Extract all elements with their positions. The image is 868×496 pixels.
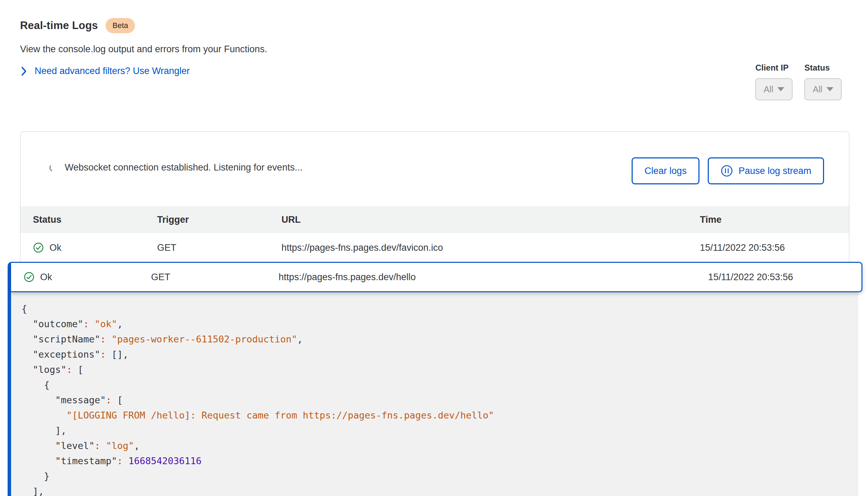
json-code-line: { — [21, 377, 851, 393]
row-url-cell: https://pages-fns.pages.dev/hello — [266, 272, 696, 283]
column-header-trigger: Trigger — [145, 214, 269, 225]
status-filter-label: Status — [804, 63, 842, 73]
pause-log-stream-button[interactable]: Pause log stream — [708, 157, 824, 184]
client-ip-filter-group: Client IP All — [755, 63, 793, 100]
json-code-line: ], — [21, 423, 851, 438]
log-table-header: Status Trigger URL Time — [20, 206, 849, 233]
json-code-line: "logs": [ — [21, 362, 851, 377]
log-detail-json-viewer: { "outcome": "ok", "scriptName": "pages-… — [11, 292, 858, 496]
row-status-cell: Ok — [11, 272, 139, 283]
caret-down-icon — [826, 87, 833, 91]
success-check-icon — [24, 272, 35, 283]
json-code-line: { — [21, 301, 851, 316]
success-check-icon — [33, 242, 44, 253]
selected-log-table-row[interactable]: Ok GET https://pages-fns.pages.dev/hello… — [11, 262, 862, 292]
row-status-label: Ok — [49, 242, 62, 253]
log-filters: Client IP All Status All — [755, 63, 842, 100]
clear-logs-label: Clear logs — [644, 166, 687, 176]
row-url-cell: https://pages-fns.pages.dev/favicon.ico — [269, 242, 687, 253]
row-time-cell: 15/11/2022 20:53:56 — [687, 242, 849, 253]
websocket-status: Websocket connection established. Listen… — [49, 162, 302, 173]
log-toolbar-buttons: Clear logs Pause log stream — [632, 157, 824, 184]
json-code-line: "message": [ — [21, 393, 851, 408]
expanded-log-entry: Ok GET https://pages-fns.pages.dev/hello… — [8, 262, 862, 496]
row-time-cell: 15/11/2022 20:53:56 — [696, 272, 861, 283]
client-ip-filter-label: Client IP — [755, 63, 793, 73]
row-trigger-cell: GET — [139, 272, 266, 283]
page-header: Real-time Logs Beta — [20, 18, 135, 33]
log-stream-panel: Websocket connection established. Listen… — [20, 131, 849, 262]
websocket-status-message: Websocket connection established. Listen… — [65, 162, 302, 173]
row-status-cell: Ok — [20, 242, 145, 253]
wrangler-advanced-filters-link[interactable]: Need advanced filters? Use Wrangler — [21, 66, 190, 76]
client-ip-filter-dropdown[interactable]: All — [755, 78, 793, 100]
status-filter-group: Status All — [804, 63, 842, 100]
row-status-label: Ok — [40, 272, 52, 283]
json-code-line: "level": "log", — [21, 438, 851, 453]
chevron-right-icon — [21, 66, 27, 76]
pause-log-stream-label: Pause log stream — [739, 166, 811, 176]
json-code-line: "exceptions": [], — [21, 347, 851, 362]
status-filter-dropdown[interactable]: All — [804, 78, 842, 100]
column-header-time: Time — [687, 214, 849, 225]
json-code-line: ], — [21, 484, 851, 496]
json-code-line: "[LOGGING FROM /hello]: Request came fro… — [21, 408, 851, 423]
loading-spinner-icon — [49, 163, 58, 172]
page-subtitle: View the console.log output and errors f… — [20, 44, 267, 55]
status-filter-value: All — [813, 84, 822, 94]
wrangler-link-label: Need advanced filters? Use Wrangler — [35, 66, 190, 76]
page-title: Real-time Logs — [20, 19, 98, 32]
row-trigger-cell: GET — [145, 242, 269, 253]
client-ip-filter-value: All — [763, 84, 773, 94]
clear-logs-button[interactable]: Clear logs — [632, 157, 699, 184]
json-code-line: } — [21, 469, 851, 484]
realtime-logs-page: Real-time Logs Beta View the console.log… — [0, 0, 868, 496]
column-header-url: URL — [269, 214, 687, 225]
json-code-line: "scriptName": "pages-worker--611502-prod… — [21, 332, 851, 347]
beta-badge: Beta — [106, 18, 135, 33]
log-table-row[interactable]: Ok GET https://pages-fns.pages.dev/favic… — [20, 233, 849, 262]
column-header-status: Status — [20, 214, 145, 225]
json-code-line: "outcome": "ok", — [21, 316, 851, 332]
pause-circle-icon — [721, 165, 733, 177]
caret-down-icon — [777, 87, 784, 91]
json-code-line: "timestamp": 1668542036116 — [21, 453, 851, 469]
